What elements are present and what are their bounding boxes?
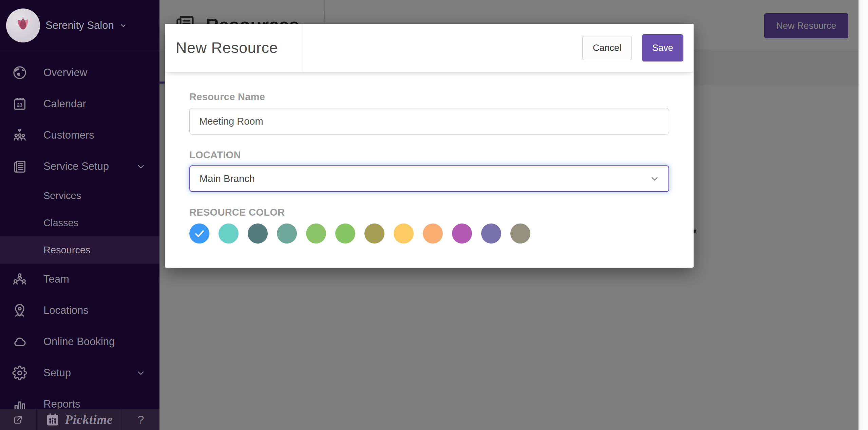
external-link-button[interactable]	[0, 409, 37, 430]
customers-icon	[12, 128, 27, 143]
picktime-app: Resources New Resource Serenity Salon	[0, 0, 868, 430]
location-select[interactable]: Main Branch	[189, 165, 669, 192]
resource-name-label: Resource Name	[189, 91, 669, 103]
service-setup-icon	[12, 159, 27, 174]
sidebar-item-customers[interactable]: Customers	[0, 120, 159, 151]
sidebar-item-label: Classes	[43, 217, 78, 229]
globe-icon	[12, 65, 27, 80]
help-icon: ?	[138, 413, 144, 426]
picktime-brand-label: Picktime	[65, 412, 113, 427]
sidebar-item-label: Setup	[43, 367, 71, 379]
sidebar-item-services[interactable]: Services	[0, 182, 159, 209]
sidebar-item-label: Resources	[43, 245, 91, 256]
sidebar-item-calendar[interactable]: 23 Calendar	[0, 88, 159, 120]
team-icon	[12, 272, 27, 287]
modal-title: New Resource	[176, 39, 278, 57]
cloud-icon	[12, 334, 27, 349]
check-icon	[194, 228, 205, 239]
sidebar-item-label: Customers	[43, 129, 94, 141]
sidebar-nav: Overview 23 Calendar Customers	[0, 51, 159, 420]
sidebar-item-label: Online Booking	[43, 336, 115, 348]
sidebar-footer: Picktime ?	[0, 409, 159, 430]
sidebar-item-label: Locations	[43, 304, 89, 317]
color-swatch-1[interactable]	[219, 223, 239, 244]
picktime-calendar-logo-icon	[45, 412, 60, 427]
calendar-icon: 23	[12, 96, 27, 111]
color-swatch-9[interactable]	[452, 223, 472, 244]
sidebar-item-label: Reports	[43, 398, 80, 410]
location-pin-icon	[12, 303, 27, 318]
color-swatch-2[interactable]	[248, 223, 268, 244]
modal-header: New Resource Cancel Save	[165, 24, 694, 72]
resource-name-input[interactable]	[189, 108, 669, 135]
location-select-value: Main Branch	[200, 173, 255, 184]
location-label: LOCATION	[189, 149, 669, 161]
sidebar-item-team[interactable]: Team	[0, 264, 159, 295]
org-name: Serenity Salon	[45, 19, 114, 32]
picktime-brand-link[interactable]: Picktime	[37, 409, 122, 430]
color-swatch-6[interactable]	[364, 223, 384, 244]
modal-title-box: New Resource	[165, 24, 302, 72]
sidebar-item-locations[interactable]: Locations	[0, 295, 159, 326]
chevron-down-icon	[119, 21, 128, 30]
new-resource-modal: New Resource Cancel Save Resource Name L…	[165, 24, 694, 268]
color-swatch-0[interactable]	[189, 223, 209, 244]
color-swatch-3[interactable]	[277, 223, 297, 244]
cancel-button[interactable]: Cancel	[582, 36, 632, 60]
sidebar-item-setup[interactable]: Setup	[0, 357, 159, 389]
lotus-logo-icon	[13, 15, 34, 36]
sidebar-item-label: Calendar	[43, 98, 86, 110]
chevron-down-icon	[649, 174, 660, 184]
sidebar: Serenity Salon Overview 23 Cale	[0, 0, 159, 430]
resource-color-label: RESOURCE COLOR	[189, 207, 669, 218]
sidebar-item-online-booking[interactable]: Online Booking	[0, 326, 159, 357]
sidebar-item-label: Services	[43, 190, 81, 201]
svg-text:23: 23	[17, 102, 22, 108]
sidebar-item-service-setup[interactable]: Service Setup	[0, 151, 159, 182]
color-swatch-4[interactable]	[306, 223, 326, 244]
sidebar-item-label: Service Setup	[43, 160, 109, 173]
sidebar-item-label: Team	[43, 273, 69, 285]
external-link-icon	[12, 414, 24, 426]
sidebar-item-label: Overview	[43, 67, 87, 79]
chevron-down-icon	[136, 368, 146, 378]
chevron-down-icon	[136, 161, 146, 172]
gear-icon	[12, 365, 27, 380]
save-button[interactable]: Save	[642, 34, 683, 61]
color-swatch-5[interactable]	[335, 223, 355, 244]
org-switcher[interactable]: Serenity Salon	[0, 0, 159, 51]
color-swatch-11[interactable]	[510, 223, 530, 244]
color-swatch-7[interactable]	[394, 223, 414, 244]
color-swatch-10[interactable]	[481, 223, 501, 244]
sidebar-item-overview[interactable]: Overview	[0, 57, 159, 88]
org-avatar	[6, 8, 40, 42]
modal-body: Resource Name LOCATION Main Branch RESOU…	[165, 72, 694, 244]
color-swatch-8[interactable]	[423, 223, 443, 244]
help-button[interactable]: ?	[122, 409, 159, 430]
sidebar-item-resources[interactable]: Resources	[0, 236, 159, 264]
modal-actions: Cancel Save	[302, 24, 694, 72]
color-swatches	[189, 223, 669, 244]
sidebar-item-classes[interactable]: Classes	[0, 209, 159, 236]
scrollbar-track[interactable]	[858, 0, 868, 430]
